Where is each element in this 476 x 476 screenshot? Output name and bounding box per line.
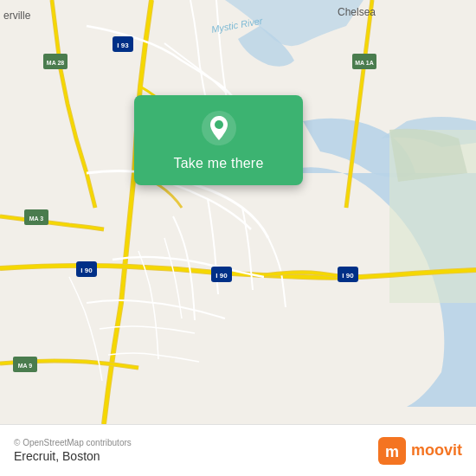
map-container: I 93 I 90 I 90 I 90 MA 28 MA 3 MA 1A MA … bbox=[0, 0, 476, 424]
osm-credit: © OpenStreetMap contributors bbox=[14, 438, 132, 447]
svg-text:MA 3: MA 3 bbox=[29, 215, 44, 222]
svg-text:m: m bbox=[385, 443, 399, 460]
location-info: Erecruit, Boston bbox=[14, 449, 132, 463]
moovit-logo: m moovit bbox=[378, 437, 462, 465]
svg-text:MA 28: MA 28 bbox=[47, 60, 64, 66]
map-svg: I 93 I 90 I 90 I 90 MA 28 MA 3 MA 1A MA … bbox=[0, 0, 476, 424]
svg-text:MA 9: MA 9 bbox=[18, 363, 33, 369]
take-me-there-button[interactable]: Take me there bbox=[174, 154, 264, 173]
svg-text:I 90: I 90 bbox=[215, 272, 228, 280]
svg-text:erville: erville bbox=[3, 10, 31, 22]
moovit-brand-text: moovit bbox=[411, 441, 462, 460]
bottom-bar: © OpenStreetMap contributors Erecruit, B… bbox=[0, 424, 476, 476]
moovit-m-icon: m bbox=[378, 437, 406, 465]
svg-text:I 93: I 93 bbox=[117, 42, 129, 49]
svg-text:I 90: I 90 bbox=[80, 267, 93, 274]
location-pin-icon bbox=[200, 109, 238, 147]
svg-text:MA 1A: MA 1A bbox=[355, 60, 374, 66]
svg-text:Chelsea: Chelsea bbox=[338, 6, 376, 18]
svg-text:I 90: I 90 bbox=[342, 272, 354, 280]
svg-point-22 bbox=[215, 120, 223, 129]
popup-card: Take me there bbox=[134, 95, 303, 185]
